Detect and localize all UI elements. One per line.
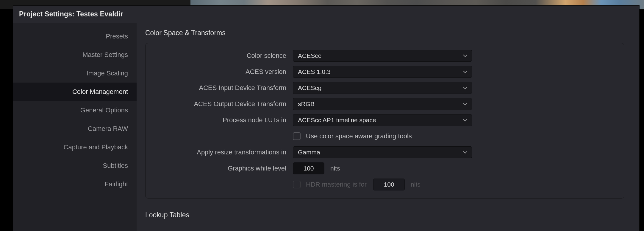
select-value: ACES 1.0.3 [298, 68, 331, 75]
select-aces-odt[interactable]: sRGB [293, 98, 472, 110]
checkbox-label-color-aware: Use color space aware grading tools [306, 132, 412, 140]
sidebar-item-label: General Options [80, 106, 128, 114]
chevron-down-icon [462, 69, 468, 75]
project-settings-dialog: Project Settings: Testes Evaldir Presets… [13, 5, 640, 231]
label-resize-in: Apply resize transformations in [157, 148, 293, 156]
label-color-science: Color science [157, 52, 293, 60]
dialog-body: Presets Master Settings Image Scaling Co… [13, 23, 639, 231]
select-color-science[interactable]: ACEScc [293, 50, 472, 62]
sidebar-item-image-scaling[interactable]: Image Scaling [13, 64, 137, 83]
label-aces-idt: ACES Input Device Transform [157, 84, 293, 92]
section-title-color-space: Color Space & Transforms [145, 29, 624, 37]
select-aces-version[interactable]: ACES 1.0.3 [293, 66, 472, 78]
select-resize-in[interactable]: Gamma [293, 146, 472, 158]
sidebar-item-label: Color Management [72, 88, 128, 96]
select-value: Gamma [298, 149, 320, 156]
chevron-down-icon [462, 149, 468, 155]
sidebar-item-label: Fairlight [105, 180, 128, 188]
sidebar-item-color-management[interactable]: Color Management [13, 83, 137, 101]
select-process-luts[interactable]: ACEScc AP1 timeline space [293, 114, 472, 126]
row-gfx-white: Graphics white level nits [157, 162, 612, 174]
row-color-science: Color science ACEScc [157, 50, 612, 62]
checkbox-color-aware[interactable] [293, 132, 301, 140]
select-value: ACEScc AP1 timeline space [298, 117, 376, 124]
row-process-luts: Process node LUTs in ACEScc AP1 timeline… [157, 114, 612, 126]
sidebar-item-capture-playback[interactable]: Capture and Playback [13, 138, 137, 156]
row-resize-in: Apply resize transformations in Gamma [157, 146, 612, 158]
chevron-down-icon [462, 101, 468, 107]
select-value: sRGB [298, 100, 315, 108]
section-title-lookup-tables: Lookup Tables [145, 211, 624, 219]
chevron-down-icon [462, 53, 468, 59]
unit-hdr-mastering: nits [411, 181, 421, 188]
sidebar-item-presets[interactable]: Presets [13, 27, 137, 46]
label-aces-version: ACES version [157, 68, 293, 76]
label-gfx-white: Graphics white level [157, 165, 293, 172]
input-hdr-mastering [373, 179, 405, 190]
label-process-luts: Process node LUTs in [157, 116, 293, 124]
chevron-down-icon [462, 117, 468, 123]
unit-gfx-white: nits [330, 165, 340, 172]
row-aces-odt: ACES Output Device Transform sRGB [157, 98, 612, 110]
chevron-down-icon [462, 85, 468, 91]
sidebar-item-fairlight[interactable]: Fairlight [13, 175, 137, 193]
select-value: ACEScc [298, 52, 321, 59]
row-color-aware: Use color space aware grading tools [157, 130, 612, 142]
row-hdr-mastering: HDR mastering is for nits [157, 179, 612, 190]
checkbox-hdr-mastering [293, 181, 301, 188]
select-value: ACEScg [298, 84, 321, 92]
sidebar-item-label: Camera RAW [88, 125, 128, 133]
label-aces-odt: ACES Output Device Transform [157, 100, 293, 108]
sidebar-item-subtitles[interactable]: Subtitles [13, 156, 137, 175]
sidebar-item-general-options[interactable]: General Options [13, 101, 137, 120]
sidebar-item-master-settings[interactable]: Master Settings [13, 46, 137, 64]
sidebar-item-label: Presets [106, 32, 128, 40]
settings-sidebar: Presets Master Settings Image Scaling Co… [13, 23, 137, 231]
sidebar-item-camera-raw[interactable]: Camera RAW [13, 120, 137, 138]
label-hdr-mastering: HDR mastering is for [306, 181, 367, 188]
row-aces-idt: ACES Input Device Transform ACEScg [157, 82, 612, 94]
select-aces-idt[interactable]: ACEScg [293, 82, 472, 94]
dialog-titlebar: Project Settings: Testes Evaldir [13, 6, 639, 23]
sidebar-item-label: Capture and Playback [64, 143, 128, 151]
row-aces-version: ACES version ACES 1.0.3 [157, 66, 612, 78]
settings-content: Color Space & Transforms Color science A… [137, 23, 639, 231]
sidebar-item-label: Master Settings [82, 51, 128, 59]
input-gfx-white[interactable] [293, 162, 324, 174]
sidebar-item-label: Image Scaling [87, 69, 128, 77]
dialog-title: Project Settings: Testes Evaldir [19, 10, 123, 18]
color-space-panel: Color science ACEScc ACES version ACES 1… [145, 43, 624, 199]
sidebar-item-label: Subtitles [103, 162, 128, 170]
